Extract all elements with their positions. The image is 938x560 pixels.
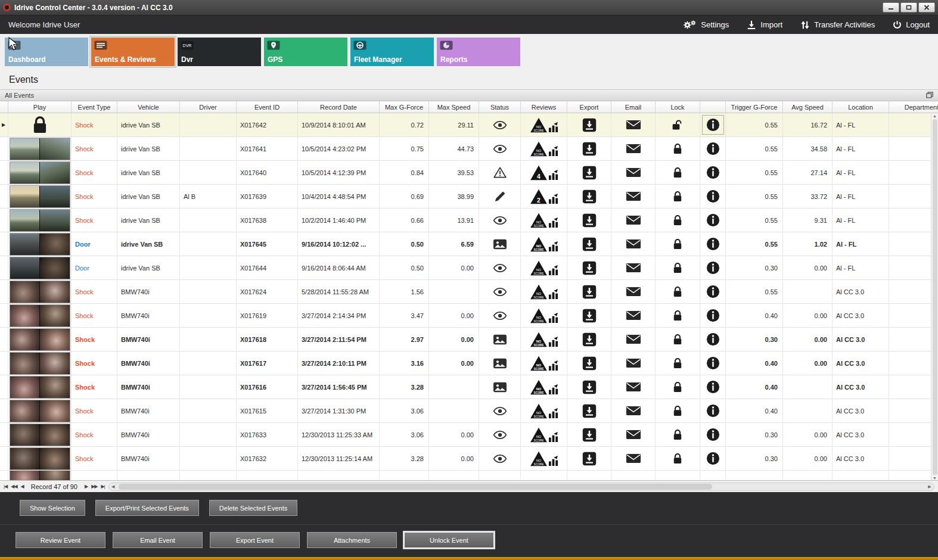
- event-thumbnail[interactable]: [10, 281, 70, 303]
- cell-info[interactable]: [700, 447, 726, 470]
- event-thumbnail[interactable]: [10, 329, 70, 350]
- email-event-button[interactable]: Email Event: [113, 532, 203, 548]
- cell-export[interactable]: [567, 375, 611, 399]
- prev-record-button[interactable]: ◀: [21, 484, 24, 489]
- column-header-max_g[interactable]: Max G-Force: [380, 101, 429, 113]
- lock-button[interactable]: [673, 357, 682, 369]
- column-header-vehicle[interactable]: Vehicle: [117, 101, 180, 113]
- export-print-selected-button[interactable]: Export/Print Selected Events: [95, 500, 199, 516]
- vertical-scrollbar[interactable]: ▲ ▼: [931, 114, 938, 480]
- lock-button[interactable]: [673, 143, 682, 155]
- scroll-up-icon[interactable]: ▲: [933, 114, 937, 118]
- cell-email[interactable]: [611, 471, 656, 480]
- cell-info[interactable]: [700, 304, 726, 327]
- cell-info[interactable]: [700, 185, 726, 208]
- lock-button[interactable]: [673, 381, 682, 393]
- cell-reviews[interactable]: NOSCORE: [521, 375, 567, 399]
- event-row-X017616[interactable]: ShockBMW740iX0176163/27/2014 1:56:45 PM3…: [0, 375, 938, 399]
- event-thumbnail[interactable]: [10, 305, 70, 326]
- review-event-button[interactable]: Review Event: [15, 532, 105, 548]
- cell-export[interactable]: [567, 137, 611, 160]
- event-thumbnail[interactable]: [10, 471, 70, 480]
- event-row-X017642[interactable]: ▶Shockidrive Van SBX01764210/9/2014 8:10…: [0, 113, 938, 137]
- unlock-event-button[interactable]: Unlock Event: [404, 532, 494, 548]
- cell-email[interactable]: [611, 375, 656, 399]
- email-button[interactable]: [626, 453, 641, 463]
- cell-play[interactable]: [8, 375, 72, 399]
- email-button[interactable]: [626, 287, 641, 297]
- next-record-button[interactable]: ▶: [85, 484, 88, 489]
- review-score-button[interactable]: NOSCORE: [530, 451, 558, 466]
- event-thumbnail[interactable]: [10, 448, 70, 469]
- cell-export[interactable]: [567, 328, 611, 351]
- cell-play[interactable]: [8, 232, 72, 256]
- event-thumbnail[interactable]: [10, 138, 70, 160]
- export-button[interactable]: [582, 309, 597, 323]
- event-thumbnail[interactable]: [10, 162, 70, 183]
- column-header-info[interactable]: [700, 101, 726, 113]
- event-thumbnail[interactable]: [10, 257, 70, 279]
- cell-email[interactable]: [611, 351, 656, 375]
- event-row[interactable]: [0, 471, 938, 480]
- info-button[interactable]: [706, 309, 720, 322]
- info-button[interactable]: [706, 237, 720, 251]
- cell-lock[interactable]: [656, 328, 700, 351]
- cell-export[interactable]: [567, 351, 611, 375]
- info-button[interactable]: [706, 261, 720, 275]
- cell-email[interactable]: [611, 280, 656, 303]
- cell-reviews[interactable]: NOSCORE: [521, 113, 567, 136]
- lock-button[interactable]: [673, 262, 682, 274]
- delete-selected-button[interactable]: Delete Selected Events: [209, 500, 297, 516]
- cell-lock[interactable]: [656, 471, 700, 480]
- cell-reviews[interactable]: NOSCORE: [521, 280, 567, 303]
- cell-info[interactable]: [700, 161, 726, 184]
- cell-lock[interactable]: [656, 447, 700, 470]
- cell-play[interactable]: [8, 304, 72, 327]
- info-button[interactable]: [706, 285, 720, 298]
- cell-play[interactable]: [8, 280, 72, 303]
- cell-play[interactable]: [8, 256, 72, 279]
- show-selection-button[interactable]: Show Selection: [20, 500, 85, 516]
- cell-play[interactable]: [8, 185, 72, 208]
- cell-lock[interactable]: [656, 423, 700, 446]
- event-row-X017617[interactable]: ShockBMW740iX0176173/27/2014 2:10:11 PM3…: [0, 351, 938, 375]
- cell-lock[interactable]: [656, 351, 700, 375]
- cell-email[interactable]: [611, 113, 656, 136]
- email-button[interactable]: [626, 358, 641, 368]
- cell-reviews[interactable]: NOSCORE: [521, 328, 567, 351]
- cell-info[interactable]: [700, 232, 726, 256]
- column-header-email[interactable]: Email: [611, 101, 656, 113]
- maximize-grid-icon[interactable]: [926, 92, 933, 99]
- attachments-button[interactable]: Attachments: [307, 532, 397, 548]
- cell-reviews[interactable]: NOSCORE: [521, 232, 567, 256]
- event-row-X017633[interactable]: ShockBMW740iX01763312/30/2013 11:25:33 A…: [0, 423, 938, 447]
- review-score-button[interactable]: NOSCORE: [530, 141, 558, 157]
- cell-reviews[interactable]: NOSCORE: [521, 423, 567, 446]
- event-row-X017624[interactable]: ShockBMW740iX0176245/28/2014 11:55:28 AM…: [0, 280, 938, 304]
- close-button[interactable]: [918, 2, 935, 13]
- email-button[interactable]: [626, 144, 641, 154]
- export-button[interactable]: [582, 285, 597, 299]
- export-event-button[interactable]: Export Event: [210, 532, 300, 548]
- info-button[interactable]: [706, 213, 720, 227]
- event-row-X017641[interactable]: Shockidrive Van SBX01764110/5/2014 4:23:…: [0, 137, 938, 161]
- next-page-button[interactable]: ▶▶: [91, 484, 97, 489]
- email-button[interactable]: [626, 430, 641, 440]
- review-score-button[interactable]: NOSCORE: [530, 356, 558, 371]
- event-thumbnail[interactable]: [10, 234, 70, 255]
- lock-button[interactable]: [673, 334, 682, 346]
- email-button[interactable]: [626, 382, 641, 392]
- email-button[interactable]: [626, 120, 641, 130]
- email-button[interactable]: [626, 406, 641, 416]
- event-row-X017632[interactable]: ShockBMW740iX01763212/30/2013 11:25:14 A…: [0, 447, 938, 471]
- lock-button[interactable]: [673, 310, 682, 322]
- cell-reviews[interactable]: NOSCORE: [521, 399, 567, 422]
- cell-reviews[interactable]: NOSCORE: [521, 447, 567, 470]
- cell-reviews[interactable]: 2: [521, 185, 567, 208]
- export-button[interactable]: [582, 166, 597, 180]
- export-button[interactable]: [582, 404, 597, 418]
- event-thumbnail[interactable]: [10, 353, 70, 374]
- cell-export[interactable]: [567, 447, 611, 470]
- event-row-X017639[interactable]: Shockidrive Van SBAl BX01763910/4/2014 4…: [0, 185, 938, 209]
- cell-export[interactable]: [567, 304, 611, 327]
